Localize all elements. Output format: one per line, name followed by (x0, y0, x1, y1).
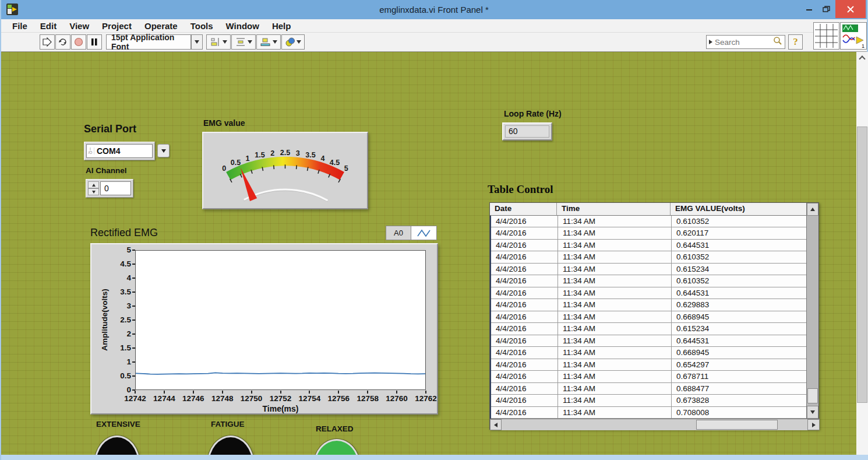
table-row[interactable]: 4/4/201611:34 AM0.610352 (491, 275, 807, 287)
menu-file[interactable]: File (6, 21, 34, 31)
context-help-button[interactable]: ? (788, 34, 803, 50)
vi-icon[interactable]: 1 (840, 22, 867, 50)
window-scroll-thumb[interactable] (857, 127, 867, 403)
y-tick-mark (132, 250, 135, 251)
menu-operate[interactable]: Operate (138, 21, 184, 31)
scroll-up-icon[interactable] (856, 52, 868, 64)
column-header[interactable]: EMG VALUE(volts) (671, 203, 818, 215)
menu-tools[interactable]: Tools (184, 21, 220, 31)
table-cell: 4/4/2016 (491, 311, 558, 322)
table-row[interactable]: 4/4/201611:34 AM0.668945 (491, 347, 807, 359)
window-vertical-scrollbar[interactable] (856, 52, 868, 455)
x-axis-label: Time(ms) (135, 404, 426, 413)
table-row[interactable]: 4/4/201611:34 AM0.615234 (491, 323, 807, 335)
y-tick-label: 3.5 (108, 287, 131, 296)
table-row[interactable]: 4/4/201611:34 AM0.610352 (491, 216, 807, 227)
vertical-scroll-thumb[interactable] (807, 388, 818, 403)
y-tick-label: 0.5 (108, 371, 131, 380)
y-tick-mark (132, 278, 135, 279)
table-cell: 11:34 AM (558, 335, 672, 346)
table-cell: 0.678711 (672, 371, 807, 382)
gauge-tick (274, 165, 274, 169)
ai-channel-control[interactable]: 0 (86, 179, 133, 198)
gauge-tick-label: 5 (344, 164, 348, 173)
search-expand-icon[interactable] (709, 40, 712, 44)
scroll-right-icon[interactable] (807, 419, 820, 430)
led-extensive[interactable] (94, 436, 140, 455)
table-cell: 4/4/2016 (491, 383, 558, 394)
table-row[interactable]: 4/4/201611:34 AM0.629883 (491, 299, 807, 311)
pause-button[interactable] (87, 34, 102, 50)
gauge-tick-label: 1 (245, 154, 249, 163)
scroll-left-icon[interactable] (490, 419, 502, 430)
distribute-objects-button[interactable] (231, 34, 256, 50)
font-selector-arrow[interactable] (191, 34, 203, 50)
table-cell: 11:34 AM (558, 264, 672, 275)
led-fatigue[interactable] (207, 436, 254, 455)
font-selector[interactable]: 15pt Application Font (106, 34, 191, 50)
table-row[interactable]: 4/4/201611:34 AM0.610352 (491, 251, 807, 263)
table-control: DateTimeEMG VALUE(volts) 4/4/201611:34 A… (489, 202, 819, 430)
scroll-down-icon[interactable] (807, 406, 818, 419)
resize-objects-button[interactable] (256, 34, 281, 50)
ai-channel-value[interactable]: 0 (100, 181, 131, 195)
search-box[interactable] (706, 35, 785, 49)
table-row[interactable]: 4/4/201611:34 AM0.673828 (491, 395, 807, 406)
table-vertical-scrollbar[interactable] (806, 203, 818, 419)
align-objects-button[interactable] (206, 34, 231, 50)
table-row[interactable]: 4/4/201611:34 AM0.620117 (491, 227, 807, 239)
horizontal-scroll-thumb[interactable] (696, 420, 778, 430)
abort-button[interactable] (71, 34, 86, 50)
table-row[interactable]: 4/4/201611:34 AM0.668945 (491, 311, 807, 323)
table-horizontal-scrollbar[interactable] (490, 419, 820, 430)
loop-rate-value: 60 (505, 125, 549, 138)
column-header[interactable]: Time (557, 203, 671, 215)
table-row[interactable]: 4/4/201611:34 AM0.644531 (491, 240, 807, 251)
table-row[interactable]: 4/4/201611:34 AM0.678711 (491, 371, 807, 382)
scroll-up-icon[interactable] (807, 203, 818, 216)
table-row[interactable]: 4/4/201611:34 AM0.644531 (491, 287, 807, 299)
y-tick-label: 3 (108, 301, 131, 310)
ai-channel-decrement-button[interactable] (88, 188, 99, 195)
table-cell: 4/4/2016 (491, 323, 558, 334)
gauge-tick-label: 2 (270, 149, 274, 157)
serial-port-dropdown-button[interactable] (157, 144, 170, 157)
menu-view[interactable]: View (63, 21, 96, 31)
reorder-objects-button[interactable] (281, 34, 305, 50)
close-button[interactable] (835, 0, 866, 18)
table-cell: 11:34 AM (558, 371, 672, 382)
menu-edit[interactable]: Edit (34, 21, 63, 31)
loop-rate-indicator[interactable]: 60 (502, 122, 552, 141)
menu-help[interactable]: Help (266, 21, 298, 31)
search-input[interactable] (715, 38, 773, 47)
table-row[interactable]: 4/4/201611:34 AM0.708008 (491, 407, 807, 419)
table-row[interactable]: 4/4/201611:34 AM0.654297 (491, 359, 807, 371)
run-button[interactable] (40, 34, 55, 50)
plot-area[interactable] (135, 250, 426, 390)
table-row[interactable]: 4/4/201611:34 AM0.644531 (491, 335, 807, 347)
help-question-icon: ? (793, 36, 798, 48)
serial-port-combo[interactable]: I/O COM4 (84, 142, 155, 160)
menu-window[interactable]: Window (220, 21, 266, 31)
restore-button[interactable] (818, 0, 835, 18)
table-row[interactable]: 4/4/201611:34 AM0.615234 (491, 264, 807, 275)
grid-alignment-icon[interactable] (813, 22, 839, 50)
run-continuous-button[interactable] (55, 34, 70, 50)
toolbar: 15pt Application Font ? (1, 33, 867, 52)
gauge-needle (241, 168, 257, 201)
minimize-button[interactable] (800, 0, 818, 18)
chart-legend[interactable]: A0 (386, 226, 437, 240)
ai-channel-increment-button[interactable] (88, 181, 99, 188)
table-cell: 0.708008 (672, 407, 807, 418)
table-cell: 4/4/2016 (491, 227, 558, 238)
x-tick-mark (280, 391, 281, 394)
table-row[interactable]: 4/4/201611:34 AM0.688477 (491, 383, 807, 395)
x-tick-mark (425, 391, 426, 394)
column-header[interactable]: Date (490, 203, 557, 215)
gauge-tick-label: 3 (296, 149, 300, 157)
y-tick-label: 2.5 (108, 315, 131, 324)
led-relaxed[interactable] (313, 439, 360, 455)
gauge-label: EMG value (203, 118, 245, 128)
menu-project[interactable]: Project (96, 21, 138, 31)
table-cell: 4/4/2016 (491, 299, 558, 310)
